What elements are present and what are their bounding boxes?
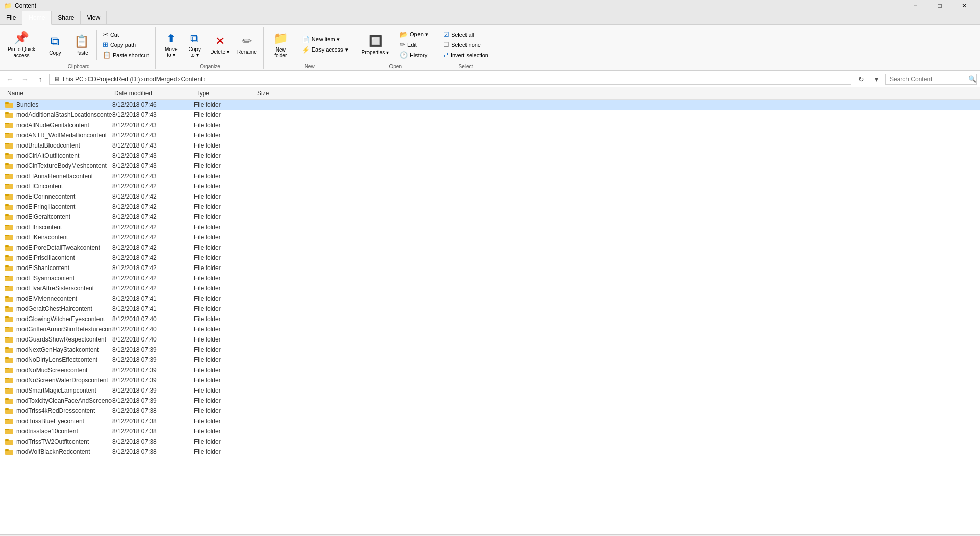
delete-button[interactable]: ✕ Delete ▾ xyxy=(207,29,233,61)
tab-share[interactable]: Share xyxy=(52,11,81,24)
table-row[interactable]: modCiriAltOutfitcontent 8/12/2018 07:43 … xyxy=(0,151,980,161)
table-row[interactable]: modElShanicontent 8/12/2018 07:42 File f… xyxy=(0,263,980,273)
copy-button[interactable]: ⧉ Copy xyxy=(42,28,68,62)
table-row[interactable]: modElGeraltcontent 8/12/2018 07:42 File … xyxy=(0,212,980,222)
new-item-button[interactable]: 📄 New item ▾ xyxy=(298,35,352,45)
select-small-btns: ☑ Select all ☐ Select none ⇄ Invert sele… xyxy=(439,30,492,60)
table-row[interactable]: modElSyannacontent 8/12/2018 07:42 File … xyxy=(0,273,980,283)
paste-button[interactable]: 📋 Paste xyxy=(69,28,94,62)
breadcrumb-2[interactable]: CDProjeckRed (D:) xyxy=(88,76,140,83)
copy-to-button[interactable]: ⧉ Copyto ▾ xyxy=(183,29,206,61)
file-name: modTrissBlueEyecontent xyxy=(5,417,112,425)
edit-button[interactable]: ✏ Edit xyxy=(396,40,432,50)
file-date: 8/12/2018 07:41 xyxy=(112,305,194,312)
history-button[interactable]: 🕐 History xyxy=(396,50,432,60)
table-row[interactable]: modTriss4kRedDresscontent 8/12/2018 07:3… xyxy=(0,406,980,416)
new-small-btns: 📄 New item ▾ ⚡ Easy access ▾ xyxy=(298,35,352,55)
column-header-name[interactable]: Name xyxy=(5,90,112,97)
invert-selection-button[interactable]: ⇄ Invert selection xyxy=(439,50,492,60)
file-name: modElvarAttreSisterscontent xyxy=(5,284,112,293)
table-row[interactable]: modElvarAttreSisterscontent 8/12/2018 07… xyxy=(0,283,980,294)
svg-rect-7 xyxy=(5,133,9,134)
file-type: File folder xyxy=(194,173,255,180)
easy-access-button[interactable]: ⚡ Easy access ▾ xyxy=(298,45,352,55)
history-label: History xyxy=(410,52,427,58)
table-row[interactable]: modElFringillacontent 8/12/2018 07:42 Fi… xyxy=(0,202,980,212)
cut-button[interactable]: ✂ Cut xyxy=(99,30,152,40)
up-button[interactable]: ↑ xyxy=(34,72,47,86)
address-dropdown-button[interactable]: ▾ xyxy=(870,72,883,86)
table-row[interactable]: modNoMudScreencontent 8/12/2018 07:39 Fi… xyxy=(0,365,980,375)
copy-label: Copy xyxy=(49,50,61,56)
table-row[interactable]: modAdditionalStashLocationscontent 8/12/… xyxy=(0,110,980,120)
forward-button[interactable]: → xyxy=(18,72,32,86)
select-none-button[interactable]: ☐ Select none xyxy=(439,40,492,50)
paste-shortcut-label: Paste shortcut xyxy=(113,52,149,58)
table-row[interactable]: modElPriscillacontent 8/12/2018 07:42 Fi… xyxy=(0,253,980,263)
folder-icon xyxy=(5,274,13,282)
table-row[interactable]: modANTR_WolfMedallioncontent 8/12/2018 0… xyxy=(0,130,980,140)
file-type: File folder xyxy=(194,448,255,455)
maximize-button[interactable]: □ xyxy=(928,0,951,11)
copy-path-button[interactable]: ⊞ Copy path xyxy=(99,40,152,50)
table-row[interactable]: modAllNudeGenitalcontent 8/12/2018 07:43… xyxy=(0,120,980,130)
tab-file[interactable]: File xyxy=(0,11,22,24)
properties-button[interactable]: 🔲 Properties ▾ xyxy=(359,28,391,62)
select-all-button[interactable]: ☑ Select all xyxy=(439,30,492,40)
tab-view[interactable]: View xyxy=(81,11,107,24)
new-folder-button[interactable]: 📁 Newfolder xyxy=(268,28,293,62)
table-row[interactable]: modElPoreDetailTweakcontent 8/12/2018 07… xyxy=(0,242,980,253)
refresh-button[interactable]: ↻ xyxy=(854,72,868,86)
table-row[interactable]: modElViviennecontent 8/12/2018 07:41 Fil… xyxy=(0,294,980,304)
file-list[interactable]: Bundles 8/12/2018 07:46 File folder modA… xyxy=(0,100,980,534)
file-type: File folder xyxy=(194,224,255,231)
open-items: 🔲 Properties ▾ 📂 Open ▾ ✏ Edit 🕐 xyxy=(359,27,432,63)
table-row[interactable]: modGeraltChestHaircontent 8/12/2018 07:4… xyxy=(0,304,980,314)
pin-to-quick-access-button[interactable]: 📌 Pin to Quickaccess xyxy=(5,28,38,62)
table-row[interactable]: modGlowingWitcherEyescontent 8/12/2018 0… xyxy=(0,314,980,324)
table-row[interactable]: modNoDirtyLensEffectcontent 8/12/2018 07… xyxy=(0,355,980,365)
table-row[interactable]: modGriffenArmorSlimRetexturecontent 8/12… xyxy=(0,324,980,334)
address-path[interactable]: 🖥 This PC › CDProjeckRed (D:) › modMerge… xyxy=(49,74,851,85)
table-row[interactable]: modElCorinnecontent 8/12/2018 07:42 File… xyxy=(0,191,980,202)
search-input[interactable] xyxy=(890,76,966,83)
table-row[interactable]: modSmartMagicLampcontent 8/12/2018 07:39… xyxy=(0,385,980,396)
table-row[interactable]: modtrissface10content 8/12/2018 07:38 Fi… xyxy=(0,426,980,436)
table-row[interactable]: Bundles 8/12/2018 07:46 File folder xyxy=(0,100,980,110)
copy-path-icon: ⊞ xyxy=(103,41,108,48)
column-header-type[interactable]: Type xyxy=(194,90,255,97)
close-button[interactable]: ✕ xyxy=(952,0,976,11)
table-row[interactable]: modCinTextureBodyMeshcontent 8/12/2018 0… xyxy=(0,161,980,171)
column-header-size[interactable]: Size xyxy=(255,90,296,97)
folder-icon xyxy=(5,182,13,190)
table-row[interactable]: modElCiricontent 8/12/2018 07:42 File fo… xyxy=(0,181,980,191)
rename-button[interactable]: ✏ Rename xyxy=(234,29,260,61)
paste-shortcut-button[interactable]: 📋 Paste shortcut xyxy=(99,50,152,60)
table-row[interactable]: modBrutalBloodcontent 8/12/2018 07:43 Fi… xyxy=(0,140,980,151)
select-none-icon: ☐ xyxy=(443,41,449,48)
folder-icon xyxy=(5,243,13,252)
tab-home[interactable]: Home xyxy=(22,11,52,25)
table-row[interactable]: modNextGenHayStackcontent 8/12/2018 07:3… xyxy=(0,345,980,355)
breadcrumb-1[interactable]: This PC xyxy=(62,76,84,83)
minimize-button[interactable]: − xyxy=(903,0,927,11)
back-button[interactable]: ← xyxy=(3,72,16,86)
table-row[interactable]: modTrissTW2Outfitcontent 8/12/2018 07:38… xyxy=(0,436,980,447)
select-none-label: Select none xyxy=(451,42,481,48)
move-to-button[interactable]: ⬆ Moveto ▾ xyxy=(160,29,182,61)
open-button[interactable]: 📂 Open ▾ xyxy=(396,30,432,40)
breadcrumb-3[interactable]: modMerged xyxy=(144,76,177,83)
table-row[interactable]: modTrissBlueEyecontent 8/12/2018 07:38 F… xyxy=(0,416,980,426)
table-row[interactable]: modGuardsShowRespectcontent 8/12/2018 07… xyxy=(0,334,980,345)
search-box[interactable]: 🔍 xyxy=(885,74,977,85)
breadcrumb-4[interactable]: Content xyxy=(181,76,202,83)
properties-icon: 🔲 xyxy=(369,35,382,48)
table-row[interactable]: modToxicityCleanFaceAndScreencontent 8/1… xyxy=(0,396,980,406)
folder-icon xyxy=(5,376,13,384)
table-row[interactable]: modElIriscontent 8/12/2018 07:42 File fo… xyxy=(0,222,980,232)
table-row[interactable]: modNoScreenWaterDropscontent 8/12/2018 0… xyxy=(0,375,980,385)
table-row[interactable]: modElAnnaHennettacontent 8/12/2018 07:43… xyxy=(0,171,980,181)
table-row[interactable]: modWolfBlacknRedcontent 8/12/2018 07:38 … xyxy=(0,447,980,457)
table-row[interactable]: modElKeiracontent 8/12/2018 07:42 File f… xyxy=(0,232,980,242)
column-header-date[interactable]: Date modified xyxy=(112,90,194,97)
